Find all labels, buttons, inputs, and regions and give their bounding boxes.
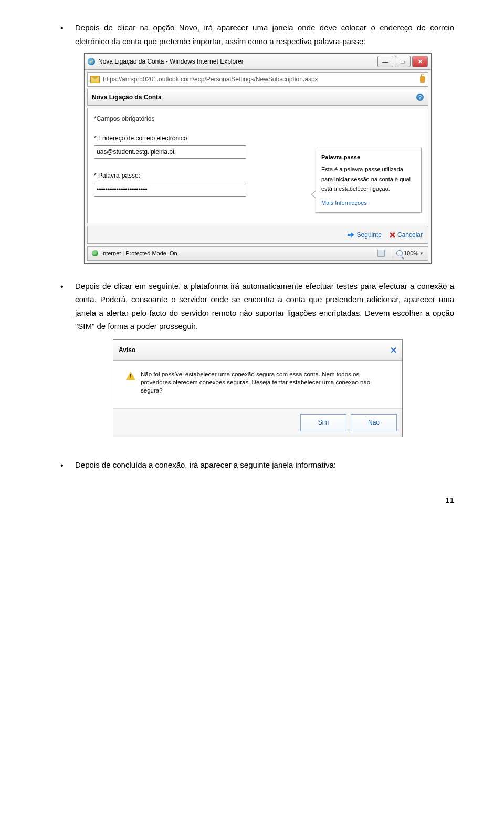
- internet-zone-icon: [92, 250, 98, 256]
- dialog-buttons: Seguinte Cancelar: [87, 226, 428, 244]
- email-label: * Endereço de correio electrónico:: [94, 133, 422, 143]
- paragraph-1: • Depois de clicar na opção Novo, irá ap…: [60, 21, 454, 48]
- warning-dialog: Aviso ✕ Não foi possível estabelecer uma…: [113, 339, 403, 437]
- no-button[interactable]: Não: [351, 414, 397, 431]
- maximize-button[interactable]: ▭: [395, 56, 411, 67]
- close-button[interactable]: ✕: [412, 56, 428, 67]
- required-note: *Campos obrigatórios: [94, 114, 422, 124]
- paragraph-text: Depois de concluída a conexão, irá apare…: [75, 458, 454, 472]
- window-titlebar: Nova Ligação da Conta - Windows Internet…: [85, 54, 431, 70]
- form-body: *Campos obrigatórios * Endereço de corre…: [87, 108, 428, 223]
- tooltip-arrow-icon: [311, 190, 316, 199]
- window-buttons: — ▭ ✕: [376, 56, 428, 67]
- window-title: Nova Ligação da Conta - Windows Internet…: [98, 56, 376, 67]
- paragraph-text: Depois de clicar em seguinte, a platafor…: [75, 280, 454, 333]
- bullet-icon: •: [60, 21, 75, 48]
- paragraph-text: Depois de clicar na opção Novo, irá apar…: [75, 21, 454, 48]
- close-icon[interactable]: ✕: [390, 343, 397, 357]
- password-field[interactable]: [94, 183, 246, 197]
- status-bar: Internet | Protected Mode: On 100% ▼: [87, 246, 428, 261]
- dialog-title: Nova Ligação da Conta: [92, 92, 162, 102]
- warning-buttons: Sim Não: [113, 409, 402, 436]
- warning-message: Não foi possível estabelecer uma conexão…: [141, 370, 390, 395]
- bullet-icon: •: [60, 458, 75, 472]
- warning-body-row: Não foi possível estabelecer uma conexão…: [113, 361, 402, 409]
- url-text: https://amsprd0201.outlook.com/ecp/Perso…: [103, 74, 417, 85]
- chevron-down-icon: ▼: [419, 250, 424, 257]
- yes-button[interactable]: Sim: [300, 414, 346, 431]
- warning-header: Aviso ✕: [113, 340, 402, 361]
- cancel-button[interactable]: Cancelar: [389, 230, 423, 240]
- next-button[interactable]: Seguinte: [348, 230, 382, 240]
- paragraph-3: • Depois de concluída a conexão, irá apa…: [60, 458, 454, 472]
- outlook-icon: [90, 76, 100, 83]
- zoom-icon: [396, 250, 403, 256]
- paragraph-2: • Depois de clicar em seguinte, a plataf…: [60, 280, 454, 333]
- dialog-header: Nova Ligação da Conta ?: [87, 89, 428, 106]
- tooltip-more-info-link[interactable]: Mais Informações: [321, 198, 416, 208]
- password-tooltip: Palavra-passe Esta é a palavra-passe uti…: [316, 148, 422, 212]
- lock-icon: [420, 76, 425, 83]
- help-icon[interactable]: ?: [416, 94, 424, 101]
- cancel-x-icon: [389, 232, 395, 238]
- status-text: Internet | Protected Mode: On: [101, 249, 177, 259]
- address-bar[interactable]: https://amsprd0201.outlook.com/ecp/Perso…: [87, 72, 428, 87]
- tooltip-title: Palavra-passe: [321, 152, 416, 162]
- ie-favicon-icon: [88, 58, 95, 65]
- arrow-right-icon: [348, 232, 355, 238]
- warning-triangle-icon: [126, 372, 135, 380]
- cancel-button-label: Cancelar: [397, 230, 423, 240]
- page-number: 11: [60, 493, 454, 507]
- tooltip-body: Esta é a palavra-passe utilizada para in…: [321, 164, 416, 194]
- new-connection-window: Nova Ligação da Conta - Windows Internet…: [84, 53, 432, 264]
- zoom-dropdown[interactable]: 100% ▼: [393, 249, 424, 259]
- minimize-button[interactable]: —: [377, 56, 393, 67]
- protected-mode-icon: [377, 250, 385, 257]
- zoom-value: 100%: [404, 249, 418, 259]
- next-button-label: Seguinte: [357, 230, 382, 240]
- bullet-icon: •: [60, 280, 75, 333]
- warning-title: Aviso: [119, 345, 135, 355]
- email-field[interactable]: [94, 145, 246, 159]
